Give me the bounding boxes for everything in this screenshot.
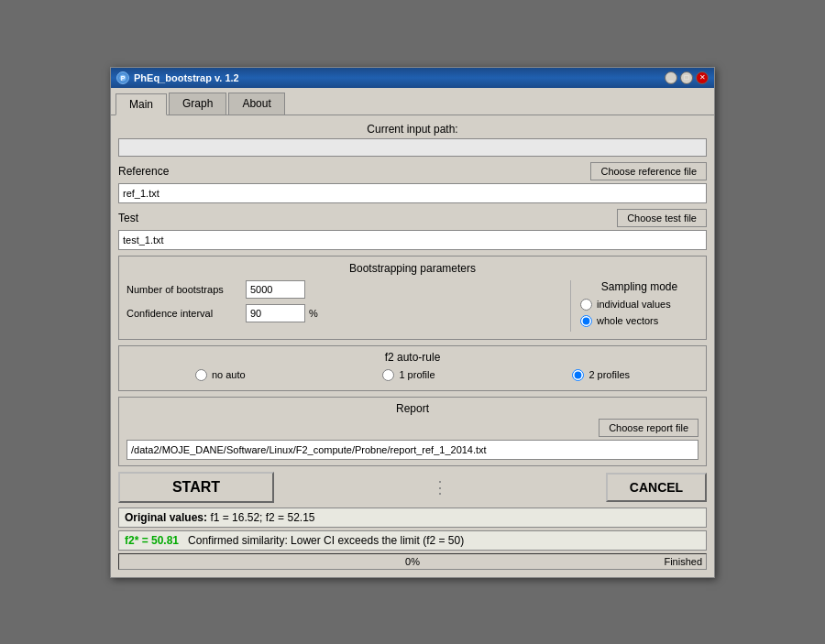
current-path-label: Current input path: (118, 123, 707, 136)
minimize-button[interactable]: _ (665, 71, 677, 84)
sampling-individual-row: individual values (580, 299, 698, 311)
reference-label: Reference (118, 165, 169, 178)
titlebar-left: P PhEq_bootstrap v. 1.2 (116, 71, 239, 84)
confidence-unit: % (309, 308, 318, 319)
choose-report-button[interactable]: Choose report file (599, 419, 698, 437)
main-window: P PhEq_bootstrap v. 1.2 _ □ ✕ Main Graph… (110, 67, 715, 578)
sampling-whole-label: whole vectors (597, 315, 658, 326)
sampling-individual-label: individual values (597, 299, 671, 310)
progress-bar-container: 0% Finished (118, 553, 707, 570)
action-spacer: ⋮ (274, 477, 606, 497)
sampling-whole-row: whole vectors (580, 315, 698, 327)
f2-two-profiles-row: 2 profiles (572, 369, 630, 381)
f2-no-auto-row: no auto (195, 369, 246, 381)
f2star-label: f2* = 50.81 (125, 534, 185, 547)
choose-test-button[interactable]: Choose test file (617, 209, 707, 227)
bootstrap-left: Number of bootstraps Confidence interval… (126, 280, 570, 332)
svg-text:P: P (121, 75, 126, 82)
confidence-row: Confidence interval % (126, 304, 561, 322)
titlebar: P PhEq_bootstrap v. 1.2 _ □ ✕ (111, 68, 714, 88)
test-input[interactable] (118, 230, 707, 250)
sampling-whole-radio[interactable] (580, 315, 592, 327)
report-title: Report (126, 402, 698, 415)
start-button[interactable]: START (118, 472, 274, 503)
reference-input[interactable] (118, 183, 707, 203)
bootstrapping-group: Bootstrapping parameters Number of boots… (118, 256, 707, 340)
sampling-title: Sampling mode (580, 280, 698, 293)
maximize-button[interactable]: □ (680, 71, 693, 84)
report-path-input[interactable] (126, 440, 698, 460)
choose-reference-button[interactable]: Choose reference file (590, 162, 707, 180)
action-bar: START ⋮ CANCEL (118, 472, 707, 503)
confirmed-text: Confirmed similarity: Lower CI exceeds t… (188, 534, 464, 547)
f1-value: 16.52 (232, 511, 259, 524)
titlebar-buttons: _ □ ✕ (665, 71, 709, 84)
test-label: Test (118, 212, 138, 224)
window-title: PhEq_bootstrap v. 1.2 (134, 72, 239, 83)
f2-title: f2 auto-rule (126, 351, 698, 364)
tab-bar: Main Graph About (111, 88, 714, 115)
original-values-bar: Original values: f1 = 16.52; f2 = 52.15 (118, 508, 707, 528)
f2-label: f2 = (266, 511, 288, 524)
app-icon: P (116, 71, 129, 84)
confidence-input[interactable] (246, 304, 305, 322)
f2-one-profile-label: 1 profile (399, 369, 434, 380)
tab-graph[interactable]: Graph (169, 93, 226, 115)
f2-no-auto-radio[interactable] (195, 369, 207, 381)
original-values-label: Original values: (125, 511, 207, 524)
f2star-bar: f2* = 50.81 Confirmed similarity: Lower … (118, 530, 707, 551)
bootstrap-params: Number of bootstraps Confidence interval… (126, 280, 698, 332)
f2-section: f2 auto-rule no auto 1 profile 2 profile… (118, 345, 707, 391)
test-row: Test Choose test file (118, 209, 707, 227)
cancel-button[interactable]: CANCEL (606, 473, 707, 502)
f2-one-profile-radio[interactable] (382, 369, 394, 381)
num-bootstraps-label: Number of bootstraps (126, 284, 246, 295)
confidence-label: Confidence interval (126, 308, 246, 319)
current-path-input[interactable] (118, 138, 707, 157)
tab-main[interactable]: Main (116, 93, 167, 115)
bootstrap-right: Sampling mode individual values whole ve… (570, 280, 698, 332)
f2-options: no auto 1 profile 2 profiles (126, 369, 698, 386)
reference-row: Reference Choose reference file (118, 162, 707, 180)
num-bootstraps-input[interactable] (246, 280, 305, 299)
f2-no-auto-label: no auto (212, 369, 246, 380)
f2-one-profile-row: 1 profile (382, 369, 434, 381)
report-section: Report Choose report file (118, 397, 707, 466)
f2-two-profiles-label: 2 profiles (588, 369, 630, 380)
tab-about[interactable]: About (228, 93, 284, 115)
close-button[interactable]: ✕ (696, 71, 709, 84)
sampling-individual-radio[interactable] (580, 299, 592, 311)
f1-label: f1 = (210, 511, 232, 524)
bootstrapping-title: Bootstrapping parameters (126, 262, 698, 275)
progress-text: 0% (405, 556, 420, 567)
finished-label: Finished (664, 556, 702, 567)
main-content: Current input path: Reference Choose ref… (111, 115, 714, 577)
num-bootstraps-row: Number of bootstraps (126, 280, 561, 299)
f2-value: 52.15 (287, 511, 314, 524)
report-btn-row: Choose report file (126, 419, 698, 437)
f2-two-profiles-radio[interactable] (572, 369, 584, 381)
